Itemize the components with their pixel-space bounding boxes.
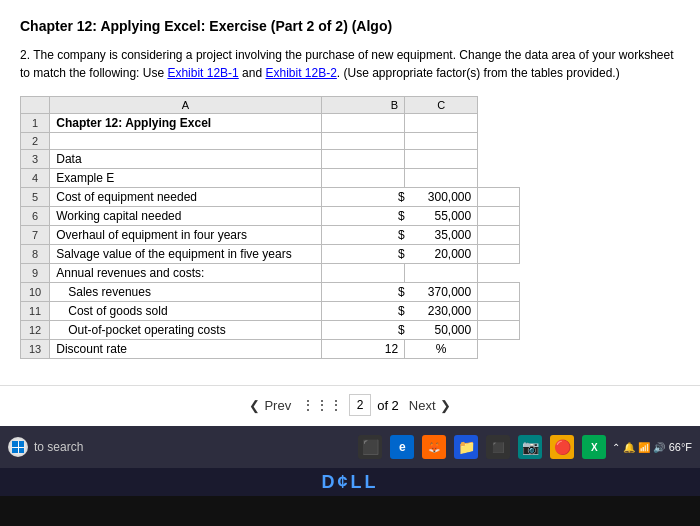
col-a-header: A (50, 97, 321, 114)
prev-button[interactable]: ❮ Prev (249, 398, 291, 413)
cell-b (321, 150, 405, 169)
taskbar-edge-icon[interactable]: e (390, 435, 414, 459)
cell-a: Discount rate (50, 340, 321, 359)
total-pages: of 2 (377, 398, 399, 413)
system-tray: ⌃ 🔔 📶 🔊 66°F (612, 441, 692, 453)
cell-c (405, 169, 478, 188)
page-title: Chapter 12: Applying Excel: Exercise (Pa… (20, 18, 680, 34)
table-row: 11Cost of goods sold$230,000 (21, 302, 520, 321)
windows-icon (12, 441, 24, 453)
cell-c (405, 133, 478, 150)
cell-c (405, 264, 478, 283)
page-indicator: ⋮⋮⋮ 2 of 2 (301, 394, 399, 416)
row-number: 11 (21, 302, 50, 321)
cell-a: Overhaul of equipment in four years (50, 226, 321, 245)
exhibit2-link[interactable]: Exhibit 12B-2 (265, 66, 336, 80)
taskbar-icons: ⬛ e 🦊 📁 ⬛ 📷 🔴 X (358, 435, 606, 459)
cell-a: Cost of equipment needed (50, 188, 321, 207)
cell-dollar: $ (321, 302, 405, 321)
cell-c (405, 114, 478, 133)
cell-c (478, 188, 520, 207)
temperature: 66°F (669, 441, 692, 453)
cell-b: 230,000 (405, 302, 478, 321)
cell-dollar: $ (321, 207, 405, 226)
exhibit1-link[interactable]: Exhibit 12B-1 (167, 66, 238, 80)
col-c-header: C (405, 97, 478, 114)
next-button[interactable]: Next ❯ (409, 398, 451, 413)
table-row: 13Discount rate12% (21, 340, 520, 359)
cell-c: % (405, 340, 478, 359)
prev-arrow: ❮ (249, 398, 260, 413)
cell-a: Data (50, 150, 321, 169)
table-row: 6Working capital needed$55,000 (21, 207, 520, 226)
taskbar-terminal-icon[interactable]: ⬛ (486, 435, 510, 459)
table-row: 8Salvage value of the equipment in five … (21, 245, 520, 264)
cell-c (478, 226, 520, 245)
next-label: Next (409, 398, 436, 413)
cell-b (321, 114, 405, 133)
col-header-row: A B C (21, 97, 520, 114)
cell-b: 50,000 (405, 321, 478, 340)
cell-c (478, 245, 520, 264)
table-row: 3Data (21, 150, 520, 169)
col-b-header: B (321, 97, 405, 114)
cell-dollar: $ (321, 321, 405, 340)
cell-b: 300,000 (405, 188, 478, 207)
corner-cell (21, 97, 50, 114)
search-bar: to search (34, 440, 352, 454)
cell-a: Example E (50, 169, 321, 188)
cell-dollar: $ (321, 226, 405, 245)
cell-b (321, 169, 405, 188)
nav-footer: ❮ Prev ⋮⋮⋮ 2 of 2 Next ❯ (0, 385, 700, 426)
cell-a: Annual revenues and costs: (50, 264, 321, 283)
table-row: 12Out-of-pocket operating costs$50,000 (21, 321, 520, 340)
cell-c (405, 150, 478, 169)
cell-dollar: $ (321, 245, 405, 264)
taskbar-squares-icon[interactable]: ⬛ (358, 435, 382, 459)
cell-b (321, 264, 405, 283)
spreadsheet-table: A B C 1Chapter 12: Applying Excel23Data4… (20, 96, 520, 359)
start-button[interactable] (8, 437, 28, 457)
table-row: 7Overhaul of equipment in four years$35,… (21, 226, 520, 245)
taskbar-firefox-icon[interactable]: 🦊 (422, 435, 446, 459)
cell-a: Working capital needed (50, 207, 321, 226)
row-number: 13 (21, 340, 50, 359)
row-number: 6 (21, 207, 50, 226)
cell-b: 35,000 (405, 226, 478, 245)
row-number: 12 (21, 321, 50, 340)
cell-c (478, 302, 520, 321)
table-row: 1Chapter 12: Applying Excel (21, 114, 520, 133)
search-placeholder[interactable]: to search (34, 440, 83, 454)
next-arrow: ❯ (440, 398, 451, 413)
taskbar-chrome-icon[interactable]: 🔴 (550, 435, 574, 459)
taskbar-folder-icon[interactable]: 📁 (454, 435, 478, 459)
row-number: 2 (21, 133, 50, 150)
cell-dollar: $ (321, 188, 405, 207)
description: 2. The company is considering a project … (20, 46, 680, 82)
dell-logo: D¢LL (322, 472, 379, 493)
cell-b: 20,000 (405, 245, 478, 264)
main-content: Chapter 12: Applying Excel: Exercise (Pa… (0, 0, 700, 385)
taskbar-excel-icon[interactable]: X (582, 435, 606, 459)
desc-part2: and (239, 66, 266, 80)
tray-icons: ⌃ 🔔 📶 🔊 (612, 442, 664, 453)
grid-icon: ⋮⋮⋮ (301, 397, 343, 413)
current-page[interactable]: 2 (349, 394, 371, 416)
cell-b: 55,000 (405, 207, 478, 226)
row-number: 1 (21, 114, 50, 133)
prev-label: Prev (264, 398, 291, 413)
dell-logo-bar: D¢LL (0, 468, 700, 496)
cell-dollar: $ (321, 283, 405, 302)
cell-a: Sales revenues (50, 283, 321, 302)
desc-part3: . (Use appropriate factor(s) from the ta… (337, 66, 620, 80)
row-number: 9 (21, 264, 50, 283)
keyboard-area (0, 496, 700, 526)
row-number: 8 (21, 245, 50, 264)
taskbar: to search ⬛ e 🦊 📁 ⬛ 📷 🔴 X ⌃ 🔔 📶 🔊 66°F (0, 426, 700, 468)
cell-a (50, 133, 321, 150)
cell-a: Cost of goods sold (50, 302, 321, 321)
taskbar-camera-icon[interactable]: 📷 (518, 435, 542, 459)
table-row: 5Cost of equipment needed$300,000 (21, 188, 520, 207)
cell-a: Chapter 12: Applying Excel (50, 114, 321, 133)
row-number: 4 (21, 169, 50, 188)
